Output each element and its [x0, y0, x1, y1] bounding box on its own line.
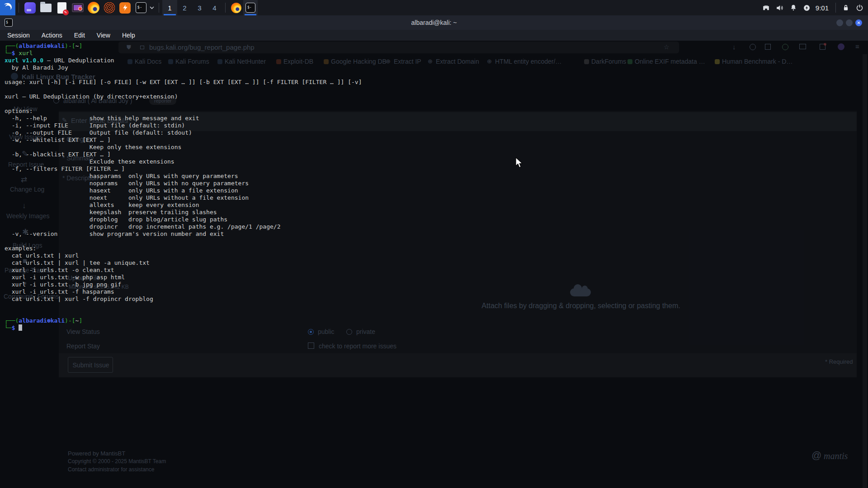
- chevron-down-icon[interactable]: [149, 4, 155, 12]
- screen-recorder-icon: [72, 3, 84, 12]
- sidebar-toggle-icon: [765, 44, 771, 50]
- bookmark-item: Extract IP: [394, 58, 421, 65]
- workspace-2[interactable]: 2: [177, 0, 192, 15]
- terminal-launcher[interactable]: $-: [135, 2, 147, 14]
- download-icon: ↓: [732, 43, 736, 51]
- terminal-menubar: Session Actions Edit View Help: [0, 30, 868, 41]
- taskbar-terminal-window[interactable]: $-: [243, 0, 258, 15]
- footer-copyright: Copyright © 2000 - 2025 MantisBT Team: [68, 458, 166, 465]
- field-label-report-stay: Report Stay: [66, 343, 100, 350]
- footer-contact: Contact administrator for assistance: [68, 466, 154, 473]
- stay-hint: check to report more issues: [319, 343, 396, 350]
- panel-separator: [19, 3, 19, 13]
- footer-powered-by: Powered by MantisBT: [68, 450, 125, 457]
- workspace-1[interactable]: 1: [162, 0, 177, 15]
- screen-recorder-launcher[interactable]: [71, 2, 84, 14]
- extension-badge-icon: [820, 44, 826, 50]
- terminal-titlebar[interactable]: $ albaradi@kali: ~ ✕: [0, 15, 868, 30]
- document-icon: [57, 2, 66, 14]
- close-button[interactable]: ✕: [855, 19, 862, 26]
- terminal-icon: $-: [245, 3, 255, 13]
- bookmark-item: Extract Domain: [436, 58, 479, 65]
- flag-icon: [799, 44, 806, 49]
- volume-icon[interactable]: [773, 0, 787, 15]
- menu-edit[interactable]: Edit: [74, 32, 85, 39]
- stay-checkbox: [308, 343, 314, 349]
- terminal-cursor: [19, 324, 22, 331]
- terminal-viewport[interactable]: ⛊ bugs.kali.org/bug_report_page.php ☆ ↓ …: [0, 41, 868, 488]
- mantis-logo-text: mantis: [824, 451, 848, 461]
- burp-launcher[interactable]: [103, 2, 115, 14]
- terminal-icon: $-: [136, 2, 146, 13]
- minimize-button[interactable]: [836, 19, 843, 26]
- workspace-3[interactable]: 3: [192, 0, 207, 15]
- panel-separator: [835, 3, 836, 13]
- globe-icon: ⊕: [386, 58, 391, 65]
- menu-view[interactable]: View: [97, 32, 110, 39]
- extension-icon: [782, 44, 788, 50]
- file-manager-icon: [24, 2, 36, 14]
- clock[interactable]: 9:01: [816, 4, 829, 12]
- kali-menu-button[interactable]: [0, 0, 15, 15]
- globe-icon: ⊕: [487, 58, 492, 65]
- mantis-swirl-icon: @: [811, 450, 821, 461]
- mouse-cursor: [515, 157, 523, 170]
- lightning-app-launcher[interactable]: [119, 2, 131, 14]
- terminal-output: ┌──(albaradi⊛kali)-[~]└─$ xurlxurl v1.0.…: [5, 42, 362, 332]
- kali-dragon-icon: [3, 2, 13, 14]
- panel-separator: [225, 3, 226, 13]
- power-manager-icon[interactable]: [800, 0, 814, 15]
- workspace-4[interactable]: 4: [207, 0, 222, 15]
- bookmark-item: Online EXIF metadata …: [635, 58, 705, 65]
- menu-session[interactable]: Session: [7, 32, 30, 39]
- file-manager-launcher[interactable]: [24, 2, 36, 14]
- bookmark-favicon: [715, 59, 720, 64]
- cloud-upload-icon: [570, 288, 591, 296]
- bookmark-favicon: [584, 59, 589, 64]
- firefox-icon: [88, 2, 99, 14]
- bookmark-item: HTML entity encoder/…: [495, 58, 561, 65]
- firefox-launcher[interactable]: [87, 2, 99, 14]
- menu-actions[interactable]: Actions: [42, 32, 62, 39]
- firefox-icon: [231, 3, 241, 13]
- profile-avatar: [838, 43, 844, 50]
- text-editor-launcher[interactable]: [56, 2, 68, 14]
- network-icon[interactable]: [760, 0, 773, 15]
- bookmark-item: Human Benchmark - D…: [722, 58, 793, 65]
- window-title: albaradi@kali: ~: [0, 15, 868, 30]
- menu-help[interactable]: Help: [122, 32, 135, 39]
- submit-button-ghost: Submit Issue: [68, 357, 113, 373]
- taskbar-firefox-window[interactable]: [229, 0, 243, 15]
- hamburger-menu-icon: ≡: [855, 42, 859, 50]
- required-note: * Required: [825, 358, 853, 365]
- attach-hint: Attach files by dragging & dropping, sel…: [454, 302, 708, 310]
- bookmark-item: DarkForums: [591, 58, 626, 65]
- bookmark-favicon: [627, 59, 632, 64]
- bookmark-star-icon: ☆: [664, 43, 670, 51]
- file-browser-launcher[interactable]: [40, 2, 52, 14]
- globe-icon: ⊕: [428, 58, 433, 65]
- panel-separator: [159, 3, 159, 13]
- lock-screen-icon[interactable]: [839, 0, 853, 15]
- maximize-button[interactable]: [846, 19, 853, 26]
- fingerprint-icon: [104, 2, 115, 14]
- log-out-icon[interactable]: [853, 0, 866, 15]
- lightning-icon: [119, 2, 131, 14]
- top-panel: $- 1 2 3 4 $- 9:01: [0, 0, 868, 15]
- folder-icon: [40, 4, 52, 12]
- account-icon: [750, 44, 756, 50]
- system-tray: 9:01: [760, 0, 868, 15]
- notifications-bell-icon[interactable]: [787, 0, 800, 15]
